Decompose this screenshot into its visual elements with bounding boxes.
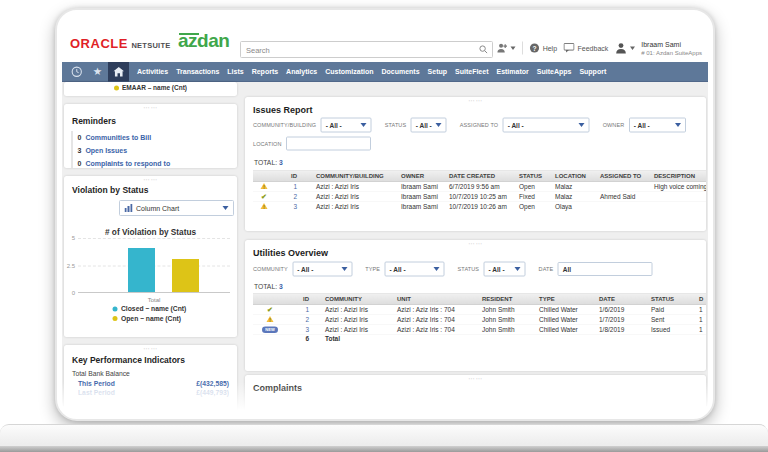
- quick-add-icon: [497, 43, 508, 54]
- warning-icon: [261, 203, 268, 209]
- nav-transactions[interactable]: Transactions: [176, 68, 219, 76]
- nav-estimator[interactable]: Estimator: [496, 68, 528, 76]
- utilities-row[interactable]: NEW 3 Azizi : Azizi Iris Azizi : Aziz Ir…: [253, 325, 706, 335]
- filter-location: LOCATION: [253, 137, 371, 151]
- nav-suiteapps[interactable]: SuiteApps: [537, 68, 572, 76]
- azdan-logo: azdan: [178, 31, 229, 50]
- nav-analytics[interactable]: Analytics: [286, 68, 317, 76]
- nav-reports[interactable]: Reports: [252, 68, 278, 76]
- drag-handle[interactable]: ⋯⋯: [468, 242, 483, 246]
- oracle-netsuite-logo: ORACLE NETSUITE: [70, 36, 170, 52]
- chart-legend: Closed – name (Cnt) Open – name (Cnt): [64, 305, 237, 322]
- nav-support[interactable]: Support: [579, 68, 606, 76]
- nav-setup[interactable]: Setup: [428, 68, 447, 76]
- search-icon: [479, 45, 488, 54]
- oracle-wordmark: ORACLE: [70, 36, 128, 52]
- reminder-item[interactable]: 0 Complaints to respond to: [72, 157, 238, 168]
- status-select[interactable]: - All -: [411, 118, 447, 133]
- nav-lists[interactable]: Lists: [227, 68, 243, 76]
- issues-report-portlet: ⋯⋯ Issues Report COMMUNITY/BUILDING - Al…: [245, 97, 706, 231]
- issue-id-link[interactable]: 3: [293, 203, 297, 211]
- utilities-total: TOTAL: 3: [245, 277, 706, 291]
- user-name: Ibraam Sami: [641, 40, 702, 49]
- cutoff-chart-portlet: EMAAR – name (Cnt): [64, 82, 237, 96]
- issues-row[interactable]: ✔ 2 Azizi : Azizi Iris Ibraam Sami 10/7/…: [253, 192, 706, 202]
- main-navbar: ★ Activities Transactions Lists Reports …: [62, 62, 708, 82]
- drag-handle[interactable]: ⋯⋯: [143, 106, 158, 110]
- filter-community: COMMUNITY - All -: [253, 262, 352, 277]
- home-icon[interactable]: [108, 62, 129, 82]
- nav-documents[interactable]: Documents: [381, 68, 419, 76]
- svg-text:?: ?: [533, 45, 537, 52]
- check-icon: ✔: [267, 306, 273, 314]
- filter-assigned-to: ASSIGNED TO - All -: [460, 118, 590, 133]
- user-menu[interactable]: [615, 42, 635, 54]
- search-input[interactable]: [241, 45, 479, 54]
- warning-icon: [267, 316, 274, 322]
- shortcuts-star-icon[interactable]: ★: [87, 62, 108, 82]
- filter-status: STATUS - All -: [458, 262, 526, 277]
- community-select[interactable]: - All -: [292, 262, 352, 277]
- kpi-metric-label: Total Bank Balance: [64, 365, 237, 378]
- drag-handle[interactable]: ⋯⋯: [468, 99, 483, 103]
- issue-id-link[interactable]: 2: [293, 193, 297, 201]
- issues-row[interactable]: 3 Azizi : Azizi Iris Ibraam Sami 10/7/20…: [253, 202, 706, 212]
- reminder-item[interactable]: 3 Open Issues: [72, 144, 238, 157]
- utilities-table: ID COMMUNITY UNIT RESIDENT TYPE DATE STA…: [253, 293, 706, 344]
- warning-icon: [261, 183, 268, 189]
- drag-handle[interactable]: ⋯⋯: [143, 347, 158, 351]
- status-select[interactable]: - All -: [484, 262, 526, 277]
- bar-chart: [78, 238, 230, 293]
- violation-portlet: ⋯⋯ Violation by Status Column Chart # of…: [64, 176, 237, 337]
- assigned-to-select[interactable]: - All -: [503, 118, 590, 133]
- filter-status: STATUS - All -: [385, 118, 447, 133]
- issues-table: ID COMMUNITY/BUILDING OWNER DATE CREATED…: [253, 170, 706, 212]
- utility-id-link[interactable]: 1: [305, 306, 309, 314]
- utilities-portlet: ⋯⋯ Utilities Overview COMMUNITY - All - …: [245, 240, 706, 371]
- netsuite-wordmark: NETSUITE: [131, 41, 170, 50]
- global-search[interactable]: [240, 41, 493, 58]
- chart-type-select[interactable]: Column Chart: [119, 200, 234, 216]
- user-role: # 01: Azdan SuiteApps: [641, 49, 702, 57]
- topbar: ORACLE NETSUITE azdan ? Help: [62, 10, 708, 62]
- utilities-row[interactable]: ✔ 1 Azizi : Azizi Iris Azizi : Aziz Iris…: [253, 305, 706, 315]
- browser-viewport: ORACLE NETSUITE azdan ? Help: [62, 10, 708, 411]
- feedback-button[interactable]: Feedback: [564, 43, 609, 53]
- bar-closed: [128, 248, 155, 292]
- feedback-icon: [564, 43, 575, 53]
- user-info: Ibraam Sami # 01: Azdan SuiteApps: [641, 40, 702, 56]
- issue-id-link[interactable]: 1: [293, 183, 297, 191]
- utilities-row[interactable]: 2 Azizi : Azizi Iris Azizi : Aziz Iris :…: [253, 315, 706, 325]
- nav-menu: Activities Transactions Lists Reports An…: [137, 68, 614, 76]
- nav-activities[interactable]: Activities: [137, 68, 168, 76]
- community-building-select[interactable]: - All -: [321, 118, 372, 133]
- recent-records-icon[interactable]: [66, 62, 87, 82]
- location-input[interactable]: [286, 137, 371, 151]
- utilities-summary-row: 6 Total: [253, 334, 706, 343]
- help-button[interactable]: ? Help: [530, 43, 557, 53]
- laptop-base: [0, 424, 768, 452]
- check-icon: ✔: [261, 193, 267, 201]
- help-icon: ?: [530, 43, 540, 53]
- date-input[interactable]: All: [558, 262, 653, 276]
- drag-handle[interactable]: ⋯⋯: [468, 377, 483, 381]
- topbar-right: ? Help Feedback Ibraam Sami # 01: Azdan …: [497, 40, 702, 56]
- issues-row[interactable]: 1 Azizi : Azizi Iris Ibraam Sami 6/7/201…: [253, 182, 706, 192]
- quick-add-menu[interactable]: [497, 43, 516, 54]
- dashboard-page: EMAAR – name (Cnt) ⋯⋯ Reminders 0 Commun…: [62, 82, 708, 411]
- chart-title: # of Violation by Status: [64, 227, 237, 237]
- owner-select[interactable]: - All -: [629, 118, 686, 133]
- filter-owner: OWNER - All -: [603, 118, 686, 133]
- nav-customization[interactable]: Customization: [325, 68, 373, 76]
- utility-id-link[interactable]: 3: [305, 326, 309, 334]
- utility-id-link[interactable]: 2: [305, 316, 309, 324]
- laptop-base-lip: [0, 446, 768, 452]
- x-axis-label: Total: [78, 296, 230, 303]
- type-select[interactable]: - All -: [385, 262, 445, 277]
- reminders-portlet: ⋯⋯ Reminders 0 Communities to Bill 3 Ope…: [64, 104, 237, 168]
- drag-handle[interactable]: ⋯⋯: [143, 178, 158, 182]
- new-badge: NEW: [262, 326, 278, 333]
- legend-line: EMAAR – name (Cnt): [64, 84, 237, 92]
- reminder-item[interactable]: 0 Communities to Bill: [72, 131, 238, 144]
- nav-suitefleet[interactable]: SuiteFleet: [455, 68, 488, 76]
